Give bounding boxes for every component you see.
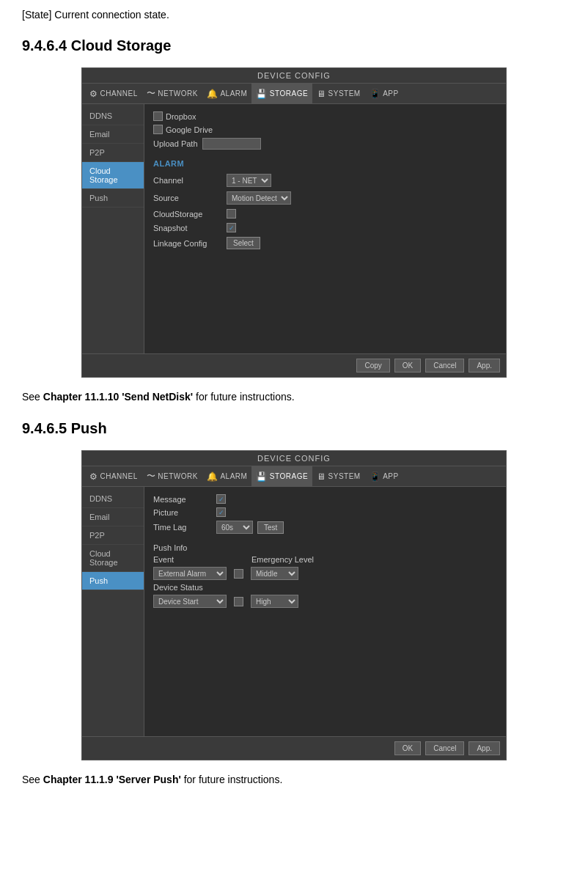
source-row: Source Motion Detect: [153, 191, 497, 205]
device-config-2-body: DDNS Email P2P Cloud Storage Push Messag…: [82, 487, 506, 736]
cancel-button-2[interactable]: Cancel: [425, 741, 464, 755]
picture-label: Picture: [153, 508, 212, 517]
channel-row: Channel 1 - NET: [153, 174, 497, 187]
section1-heading: 9.4.6.4 Cloud Storage: [22, 37, 566, 54]
device-config-1-content: Dropbox Google Drive Upload Path ALARM C…: [144, 104, 506, 353]
googledrive-label: Google Drive: [166, 125, 213, 134]
source-value: Motion Detect: [227, 191, 291, 205]
nav-label-app-1: APP: [383, 89, 399, 98]
time-lag-select[interactable]: 60s: [216, 521, 253, 534]
sidebar-ddns-2[interactable]: DDNS: [82, 490, 144, 508]
linkage-row: Linkage Config Select: [153, 237, 497, 249]
nav-item-network-1[interactable]: 〜 NETWORK: [142, 84, 202, 103]
nav-label-channel-1: CHANNEL: [100, 89, 138, 98]
external-alarm-level-select[interactable]: Middle: [251, 567, 298, 580]
copy-button[interactable]: Copy: [356, 359, 389, 373]
app-button-1[interactable]: App.: [468, 359, 500, 373]
upload-path-input[interactable]: [202, 138, 261, 150]
sidebar-push-1[interactable]: Push: [82, 189, 144, 208]
source-select[interactable]: Motion Detect: [227, 191, 291, 205]
linkage-label: Linkage Config: [153, 239, 227, 248]
linkage-value: Select: [227, 237, 260, 249]
picture-row: Picture: [153, 507, 497, 517]
caption1-after: for future instructions.: [193, 391, 295, 403]
sidebar-cloudstorage-2[interactable]: Cloud Storage: [82, 545, 144, 572]
system-icon-1: 🖥: [317, 89, 326, 99]
dropbox-label: Dropbox: [166, 112, 196, 121]
dropbox-checkbox[interactable]: [153, 111, 163, 121]
ok-button-1[interactable]: OK: [394, 359, 421, 373]
nav-item-system-2[interactable]: 🖥 SYSTEM: [312, 466, 365, 486]
caption2-after: for future instructions.: [181, 774, 283, 785]
nav-item-channel-1[interactable]: ⚙ CHANNEL: [85, 84, 142, 103]
nav-item-system-1[interactable]: 🖥 SYSTEM: [312, 84, 365, 103]
cancel-button-1[interactable]: Cancel: [425, 359, 464, 373]
channel-icon-1: ⚙: [89, 89, 98, 99]
device-start-level-select[interactable]: High: [251, 595, 298, 608]
googledrive-row: Google Drive: [153, 125, 497, 134]
caption2-before: See: [22, 774, 43, 785]
picture-checkbox[interactable]: [216, 507, 226, 517]
sidebar-cloudstorage-1[interactable]: Cloud Storage: [82, 162, 144, 189]
caption2: See Chapter 11.1.9 'Server Push' for fut…: [22, 774, 566, 785]
message-checkbox[interactable]: [216, 494, 226, 504]
nav-item-network-2[interactable]: 〜 NETWORK: [142, 466, 202, 486]
sidebar-push-2[interactable]: Push: [82, 572, 144, 590]
time-lag-label: Time Lag: [153, 523, 212, 532]
device-config-2-content: Message Picture Time Lag 60s Test Push I…: [144, 487, 506, 736]
nav-item-app-1[interactable]: 📱 APP: [365, 84, 403, 103]
device-start-select[interactable]: Device Start: [153, 595, 227, 608]
device-config-2-footer: OK Cancel App.: [82, 736, 506, 760]
test-button[interactable]: Test: [257, 521, 284, 534]
cloudstorage-row: CloudStorage: [153, 209, 497, 219]
nav-label-storage-1: STORAGE: [270, 89, 308, 98]
sidebar-email-1[interactable]: Email: [82, 125, 144, 144]
channel-icon-2: ⚙: [89, 471, 98, 482]
external-alarm-checkbox[interactable]: [234, 569, 243, 579]
caption1-bold: Chapter 11.1.10 'Send NetDisk': [43, 391, 193, 403]
nav-label-network-2: NETWORK: [158, 472, 198, 480]
ok-button-2[interactable]: OK: [394, 741, 421, 755]
device-status-label: Device Status: [153, 583, 497, 592]
device-start-checkbox[interactable]: [234, 597, 243, 606]
device-config-2: DEVICE CONFIG ⚙ CHANNEL 〜 NETWORK 🔔 ALAR…: [81, 450, 507, 760]
time-lag-row: Time Lag 60s Test: [153, 521, 497, 534]
nav-item-alarm-1[interactable]: 🔔 ALARM: [202, 84, 251, 103]
push-info-label: Push Info: [153, 543, 497, 552]
sidebar-p2p-1[interactable]: P2P: [82, 144, 144, 162]
nav-item-channel-2[interactable]: ⚙ CHANNEL: [85, 466, 142, 486]
nav-label-channel-2: CHANNEL: [100, 472, 138, 480]
nav-item-storage-2[interactable]: 💾 STORAGE: [251, 466, 312, 486]
nav-item-alarm-2[interactable]: 🔔 ALARM: [202, 466, 251, 486]
nav-item-storage-1[interactable]: 💾 STORAGE: [251, 84, 312, 103]
nav-label-app-2: APP: [383, 472, 399, 480]
cloudstorage-checkbox[interactable]: [227, 209, 236, 219]
sidebar-p2p-2[interactable]: P2P: [82, 526, 144, 545]
caption2-bold: Chapter 11.1.9 'Server Push': [43, 774, 181, 785]
cloudstorage-field-label: CloudStorage: [153, 210, 227, 219]
snapshot-row: Snapshot: [153, 223, 497, 232]
section2-heading: 9.4.6.5 Push: [22, 420, 566, 437]
message-label: Message: [153, 495, 212, 504]
select-button[interactable]: Select: [227, 237, 260, 249]
system-icon-2: 🖥: [317, 471, 326, 482]
nav-label-system-1: SYSTEM: [328, 89, 361, 98]
upload-path-label: Upload Path: [153, 139, 198, 148]
device-config-1-footer: Copy OK Cancel App.: [82, 353, 506, 377]
sidebar-email-2[interactable]: Email: [82, 508, 144, 526]
channel-select[interactable]: 1 - NET: [227, 174, 271, 187]
cloudstorage-check-value: [227, 209, 236, 219]
dropbox-row: Dropbox: [153, 111, 497, 121]
external-alarm-select[interactable]: External Alarm: [153, 567, 227, 580]
emergency-col-label: Emergency Level: [251, 555, 314, 564]
nav-item-app-2[interactable]: 📱 APP: [365, 466, 403, 486]
channel-value: 1 - NET: [227, 174, 271, 187]
googledrive-checkbox[interactable]: [153, 125, 163, 134]
message-row: Message: [153, 494, 497, 504]
app-button-2[interactable]: App.: [468, 741, 500, 755]
snapshot-checkbox[interactable]: [227, 223, 236, 232]
sidebar-ddns-1[interactable]: DDNS: [82, 107, 144, 125]
alarm-icon-1: 🔔: [207, 89, 218, 99]
source-label: Source: [153, 194, 227, 202]
device-config-2-sidebar: DDNS Email P2P Cloud Storage Push: [82, 487, 144, 736]
